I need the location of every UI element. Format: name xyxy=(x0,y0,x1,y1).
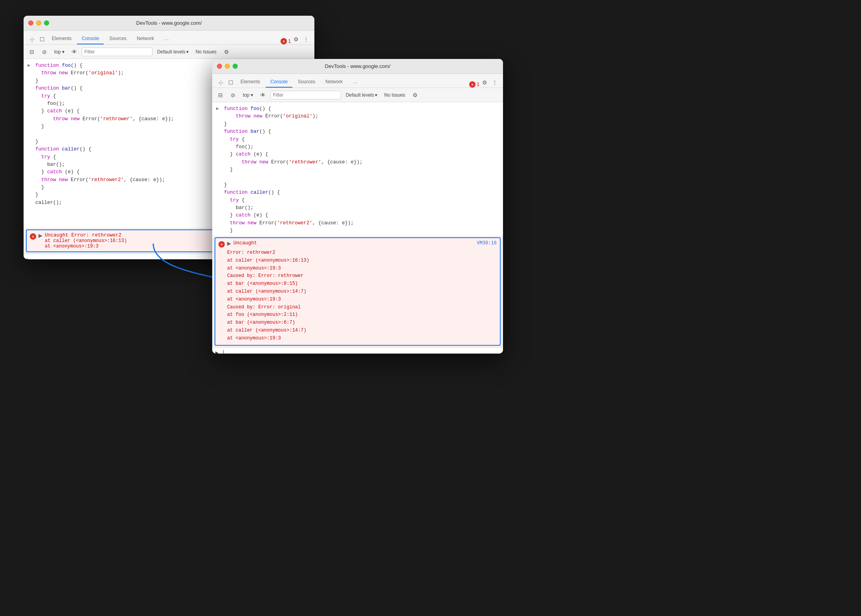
context-label-back: top xyxy=(54,49,61,55)
filter-input-back[interactable] xyxy=(82,48,152,56)
eye-icon-front[interactable]: 👁 xyxy=(258,90,268,100)
minimize-button-back[interactable] xyxy=(36,20,41,26)
error-line-6: at <anonymous>:19:3 xyxy=(227,296,497,304)
triangle-icon-back: ▶ xyxy=(39,233,42,238)
f-code-line-12: function caller() { xyxy=(212,189,503,196)
traffic-lights-front xyxy=(217,64,238,69)
f-code-line-8: throw new Error('rethrower', {cause: e})… xyxy=(212,159,503,166)
close-button-back[interactable] xyxy=(28,20,33,26)
settings-console-front[interactable]: ⚙ xyxy=(410,90,420,100)
context-selector-front[interactable]: top ▾ xyxy=(240,91,255,99)
error-badge-back[interactable]: ✕ 1 xyxy=(281,38,291,44)
f-code-line-11: } xyxy=(212,182,503,189)
error-highlight-box-front[interactable]: ✕ ▶ Uncaught VM30:16 Error: rethrower2 a… xyxy=(215,237,501,346)
f-code-line-10 xyxy=(212,174,503,181)
context-label-front: top xyxy=(243,92,250,98)
maximize-button-front[interactable] xyxy=(233,64,238,69)
clear-console-front[interactable]: ⊘ xyxy=(228,90,238,100)
tab-console-front[interactable]: Console xyxy=(266,77,292,88)
chevron-down-icon-front: ▾ xyxy=(251,92,253,98)
tab-elements-front[interactable]: Elements xyxy=(236,77,265,88)
code-area-front: ▶function foo() { throw new Error('origi… xyxy=(212,102,503,236)
tab-elements-back[interactable]: Elements xyxy=(47,33,76,44)
clear-console-back[interactable]: ⊘ xyxy=(39,47,50,57)
chevron-down-icon-back: ▾ xyxy=(62,49,64,55)
tab-network-front[interactable]: Network xyxy=(321,77,347,88)
error-badge-front[interactable]: ✕ 1 xyxy=(469,81,479,88)
maximize-button-back[interactable] xyxy=(44,20,49,26)
tab-bar-front: ⊹ ☐ Elements Console Sources Network … ✕… xyxy=(212,74,503,88)
tab-sources-front[interactable]: Sources xyxy=(293,77,320,88)
chevron-down-icon-levels-back: ▾ xyxy=(186,49,189,55)
tab-sources-back[interactable]: Sources xyxy=(105,33,131,44)
error-header-front: Uncaught xyxy=(233,240,257,246)
window-title-back: DevTools - www.google.com/ xyxy=(136,20,202,26)
tab-more-back[interactable]: … xyxy=(160,33,174,44)
error-count-front: 1 xyxy=(477,82,479,87)
settings-icon-back[interactable]: ⚙ xyxy=(291,34,301,44)
prompt-line-front[interactable]: ▶ xyxy=(212,347,503,354)
settings-icon-front[interactable]: ⚙ xyxy=(479,77,490,88)
cursor-front xyxy=(220,350,224,354)
f-code-line-17: } xyxy=(212,227,503,235)
prompt-symbol-front: ▶ xyxy=(215,350,218,354)
more-icon-front[interactable]: ⋮ xyxy=(490,77,500,88)
error-line-4: at bar (<anonymous>:8:15) xyxy=(227,280,497,288)
error-line-5: at caller (<anonymous>:14:7) xyxy=(227,288,497,296)
tab-console-back[interactable]: Console xyxy=(77,33,104,44)
error-content-back: Uncaught Error: rethrower2 at caller (<a… xyxy=(45,233,127,249)
f-code-line-3: } xyxy=(212,121,503,128)
tab-network-back[interactable]: Network xyxy=(132,33,159,44)
error-stack-1-back: at caller (<anonymous>:16:13) xyxy=(45,238,127,244)
device-icon-front[interactable]: ☐ xyxy=(226,77,236,88)
triangle-icon-front: ▶ xyxy=(227,240,231,246)
error-line-1: at caller (<anonymous>:16:13) xyxy=(227,257,497,265)
vm-link-front[interactable]: VM30:16 xyxy=(477,240,497,246)
sidebar-toggle-back[interactable]: ⊟ xyxy=(27,47,37,57)
f-code-line-18: } xyxy=(212,235,503,236)
f-code-line-14: bar(); xyxy=(212,204,503,212)
error-icon-front: ✕ xyxy=(218,241,225,248)
f-code-line-15: } catch (e) { xyxy=(212,212,503,219)
inspect-icon[interactable]: ⊹ xyxy=(27,34,37,44)
f-code-line-5: try { xyxy=(212,136,503,143)
f-code-line-7: } catch (e) { xyxy=(212,151,503,158)
minimize-button-front[interactable] xyxy=(225,64,230,69)
error-line-11: at <anonymous>:19:3 xyxy=(227,335,497,343)
chevron-down-icon-levels-front: ▾ xyxy=(375,92,377,98)
no-issues-front[interactable]: No Issues xyxy=(382,91,408,99)
error-line-9: at bar (<anonymous>:6:7) xyxy=(227,319,497,327)
filter-input-front[interactable] xyxy=(270,91,341,99)
eye-icon-back[interactable]: 👁 xyxy=(69,47,79,57)
default-levels-front[interactable]: Default levels ▾ xyxy=(343,91,380,99)
error-line-10: at caller (<anonymous>:14:7) xyxy=(227,327,497,335)
context-selector-back[interactable]: top ▾ xyxy=(52,48,67,56)
inspect-icon-front[interactable]: ⊹ xyxy=(215,77,226,88)
settings-console-back[interactable]: ⚙ xyxy=(221,47,231,57)
f-code-line-13: try { xyxy=(212,197,503,204)
error-expanded-content: Error: rethrower2 at caller (<anonymous>… xyxy=(215,248,500,345)
error-line-7: Caused by: Error: original xyxy=(227,304,497,312)
f-code-line-6: foo(); xyxy=(212,143,503,151)
error-line-2: at <anonymous>:19:3 xyxy=(227,265,497,273)
sidebar-toggle-front[interactable]: ⊟ xyxy=(215,90,226,100)
traffic-lights-back xyxy=(28,20,49,26)
tab-more-front[interactable]: … xyxy=(348,77,362,88)
error-count-icon-front: ✕ xyxy=(469,81,475,88)
default-levels-back[interactable]: Default levels ▾ xyxy=(155,48,191,56)
more-icon-back[interactable]: ⋮ xyxy=(301,34,311,44)
devtools-window-front: DevTools - www.google.com/ ⊹ ☐ Elements … xyxy=(212,59,503,354)
console-toolbar-back: ⊟ ⊘ top ▾ 👁 Default levels ▾ No Issues ⚙ xyxy=(24,45,314,59)
f-code-line-9: } xyxy=(212,166,503,174)
error-main-back: Uncaught Error: rethrower2 xyxy=(45,233,127,238)
no-issues-back[interactable]: No Issues xyxy=(193,48,219,56)
device-icon[interactable]: ☐ xyxy=(37,34,47,44)
f-code-line-1: ▶function foo() { xyxy=(212,105,503,113)
titlebar-front: DevTools - www.google.com/ xyxy=(212,59,503,74)
prompt-symbol-back: ▶ xyxy=(27,257,30,260)
error-count-back: 1 xyxy=(288,38,291,44)
close-button-front[interactable] xyxy=(217,64,222,69)
titlebar-back: DevTools - www.google.com/ xyxy=(24,16,314,31)
error-line-8: at foo (<anonymous>:2:11) xyxy=(227,311,497,319)
tab-bar-back: ⊹ ☐ Elements Console Sources Network … ✕… xyxy=(24,31,314,45)
